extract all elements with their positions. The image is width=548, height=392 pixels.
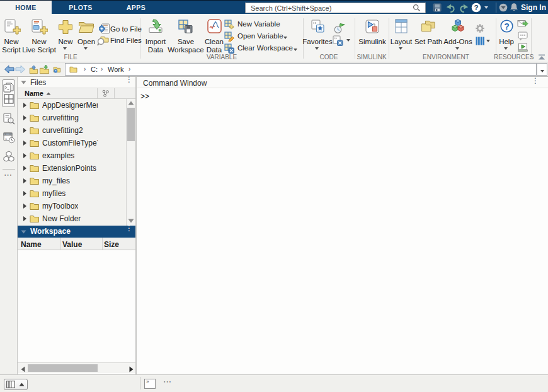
svg-text:?: ? — [504, 21, 510, 32]
svg-text:?: ? — [474, 4, 478, 11]
